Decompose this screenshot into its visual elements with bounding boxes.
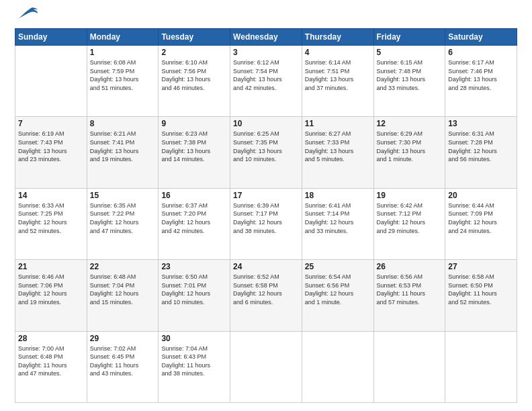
day-header-thursday: Thursday: [302, 29, 373, 46]
day-number: 12: [377, 119, 443, 128]
day-info: Sunrise: 6:08 AM Sunset: 7:59 PM Dayligh…: [90, 58, 156, 92]
day-info: Sunrise: 6:58 AM Sunset: 6:50 PM Dayligh…: [448, 273, 514, 306]
calendar-cell: 7Sunrise: 6:19 AM Sunset: 7:43 PM Daylig…: [15, 117, 87, 188]
calendar-cell: 20Sunrise: 6:44 AM Sunset: 7:09 PM Dayli…: [445, 188, 517, 259]
calendar-cell: 11Sunrise: 6:27 AM Sunset: 7:33 PM Dayli…: [302, 117, 373, 188]
calendar-cell: 12Sunrise: 6:29 AM Sunset: 7:30 PM Dayli…: [373, 117, 445, 188]
day-number: 2: [161, 48, 227, 57]
calendar-cell: 17Sunrise: 6:39 AM Sunset: 7:17 PM Dayli…: [230, 188, 302, 259]
day-header-tuesday: Tuesday: [159, 29, 230, 46]
day-number: 13: [448, 119, 514, 128]
calendar-cell: 25Sunrise: 6:54 AM Sunset: 6:56 PM Dayli…: [302, 260, 373, 331]
week-row-3: 14Sunrise: 6:33 AM Sunset: 7:25 PM Dayli…: [15, 188, 517, 259]
calendar-cell: 9Sunrise: 6:23 AM Sunset: 7:38 PM Daylig…: [159, 117, 230, 188]
day-number: 16: [161, 191, 227, 200]
calendar-cell: 27Sunrise: 6:58 AM Sunset: 6:50 PM Dayli…: [445, 260, 517, 331]
calendar-cell: 23Sunrise: 6:50 AM Sunset: 7:01 PM Dayli…: [159, 260, 230, 331]
day-number: 7: [18, 119, 84, 128]
calendar-cell: 16Sunrise: 6:37 AM Sunset: 7:20 PM Dayli…: [159, 188, 230, 259]
day-info: Sunrise: 6:37 AM Sunset: 7:20 PM Dayligh…: [161, 201, 227, 235]
day-info: Sunrise: 6:41 AM Sunset: 7:14 PM Dayligh…: [305, 201, 371, 235]
day-number: 20: [448, 191, 514, 200]
calendar-cell: 4Sunrise: 6:14 AM Sunset: 7:51 PM Daylig…: [302, 46, 373, 117]
logo: [15, 12, 39, 21]
day-number: 24: [233, 262, 299, 271]
day-number: 1: [90, 48, 156, 57]
calendar-cell: [302, 331, 373, 402]
day-number: 21: [18, 262, 84, 271]
calendar-cell: 21Sunrise: 6:46 AM Sunset: 7:06 PM Dayli…: [15, 260, 87, 331]
day-info: Sunrise: 6:10 AM Sunset: 7:56 PM Dayligh…: [161, 58, 227, 92]
day-info: Sunrise: 6:15 AM Sunset: 7:48 PM Dayligh…: [377, 58, 443, 92]
calendar-header: SundayMondayTuesdayWednesdayThursdayFrid…: [15, 29, 517, 46]
day-info: Sunrise: 6:33 AM Sunset: 7:25 PM Dayligh…: [18, 201, 84, 235]
day-number: 8: [90, 119, 156, 128]
day-info: Sunrise: 6:31 AM Sunset: 7:28 PM Dayligh…: [448, 130, 514, 163]
logo-bird-icon: [17, 7, 39, 21]
day-info: Sunrise: 7:02 AM Sunset: 6:45 PM Dayligh…: [90, 345, 156, 378]
calendar-cell: [373, 331, 445, 402]
calendar-cell: [230, 331, 302, 402]
day-number: 27: [448, 262, 514, 271]
calendar-cell: 30Sunrise: 7:04 AM Sunset: 6:43 PM Dayli…: [159, 331, 230, 402]
page: SundayMondayTuesdayWednesdayThursdayFrid…: [0, 0, 532, 411]
day-number: 26: [377, 262, 443, 271]
day-info: Sunrise: 6:42 AM Sunset: 7:12 PM Dayligh…: [377, 201, 443, 235]
day-number: 22: [90, 262, 156, 271]
calendar-table: SundayMondayTuesdayWednesdayThursdayFrid…: [15, 28, 517, 403]
day-info: Sunrise: 7:04 AM Sunset: 6:43 PM Dayligh…: [161, 345, 227, 378]
day-header-friday: Friday: [373, 29, 445, 46]
calendar-cell: 26Sunrise: 6:56 AM Sunset: 6:53 PM Dayli…: [373, 260, 445, 331]
day-number: 14: [18, 191, 84, 200]
calendar-cell: [15, 46, 87, 117]
day-info: Sunrise: 6:25 AM Sunset: 7:35 PM Dayligh…: [233, 130, 299, 163]
day-info: Sunrise: 6:29 AM Sunset: 7:30 PM Dayligh…: [377, 130, 443, 163]
day-number: 6: [448, 48, 514, 57]
day-info: Sunrise: 7:00 AM Sunset: 6:48 PM Dayligh…: [18, 345, 84, 378]
week-row-2: 7Sunrise: 6:19 AM Sunset: 7:43 PM Daylig…: [15, 117, 517, 188]
calendar-cell: 15Sunrise: 6:35 AM Sunset: 7:22 PM Dayli…: [87, 188, 159, 259]
day-info: Sunrise: 6:44 AM Sunset: 7:09 PM Dayligh…: [448, 201, 514, 235]
calendar-cell: 14Sunrise: 6:33 AM Sunset: 7:25 PM Dayli…: [15, 188, 87, 259]
day-info: Sunrise: 6:14 AM Sunset: 7:51 PM Dayligh…: [305, 58, 371, 92]
calendar-cell: 6Sunrise: 6:17 AM Sunset: 7:46 PM Daylig…: [445, 46, 517, 117]
calendar-cell: 24Sunrise: 6:52 AM Sunset: 6:58 PM Dayli…: [230, 260, 302, 331]
day-number: 19: [377, 191, 443, 200]
day-number: 15: [90, 191, 156, 200]
calendar-cell: 22Sunrise: 6:48 AM Sunset: 7:04 PM Dayli…: [87, 260, 159, 331]
calendar-cell: 13Sunrise: 6:31 AM Sunset: 7:28 PM Dayli…: [445, 117, 517, 188]
day-info: Sunrise: 6:56 AM Sunset: 6:53 PM Dayligh…: [377, 273, 443, 306]
header: [15, 12, 517, 21]
calendar-cell: 29Sunrise: 7:02 AM Sunset: 6:45 PM Dayli…: [87, 331, 159, 402]
day-number: 23: [161, 262, 227, 271]
calendar-cell: 19Sunrise: 6:42 AM Sunset: 7:12 PM Dayli…: [373, 188, 445, 259]
day-number: 4: [305, 48, 371, 57]
day-info: Sunrise: 6:39 AM Sunset: 7:17 PM Dayligh…: [233, 201, 299, 235]
day-number: 9: [161, 119, 227, 128]
day-header-wednesday: Wednesday: [230, 29, 302, 46]
day-info: Sunrise: 6:46 AM Sunset: 7:06 PM Dayligh…: [18, 273, 84, 306]
day-number: 3: [233, 48, 299, 57]
day-number: 29: [90, 334, 156, 343]
calendar-cell: 2Sunrise: 6:10 AM Sunset: 7:56 PM Daylig…: [159, 46, 230, 117]
week-row-4: 21Sunrise: 6:46 AM Sunset: 7:06 PM Dayli…: [15, 260, 517, 331]
day-number: 28: [18, 334, 84, 343]
day-info: Sunrise: 6:27 AM Sunset: 7:33 PM Dayligh…: [305, 130, 371, 163]
day-number: 5: [377, 48, 443, 57]
day-info: Sunrise: 6:12 AM Sunset: 7:54 PM Dayligh…: [233, 58, 299, 92]
day-info: Sunrise: 6:50 AM Sunset: 7:01 PM Dayligh…: [161, 273, 227, 306]
day-info: Sunrise: 6:54 AM Sunset: 6:56 PM Dayligh…: [305, 273, 371, 306]
day-header-monday: Monday: [87, 29, 159, 46]
day-info: Sunrise: 6:52 AM Sunset: 6:58 PM Dayligh…: [233, 273, 299, 306]
day-number: 18: [305, 191, 371, 200]
day-info: Sunrise: 6:23 AM Sunset: 7:38 PM Dayligh…: [161, 130, 227, 163]
day-info: Sunrise: 6:21 AM Sunset: 7:41 PM Dayligh…: [90, 130, 156, 163]
day-info: Sunrise: 6:19 AM Sunset: 7:43 PM Dayligh…: [18, 130, 84, 163]
calendar-cell: 1Sunrise: 6:08 AM Sunset: 7:59 PM Daylig…: [87, 46, 159, 117]
day-number: 25: [305, 262, 371, 271]
day-info: Sunrise: 6:17 AM Sunset: 7:46 PM Dayligh…: [448, 58, 514, 92]
day-header-saturday: Saturday: [445, 29, 517, 46]
calendar-cell: [445, 331, 517, 402]
calendar-cell: 3Sunrise: 6:12 AM Sunset: 7:54 PM Daylig…: [230, 46, 302, 117]
day-number: 11: [305, 119, 371, 128]
